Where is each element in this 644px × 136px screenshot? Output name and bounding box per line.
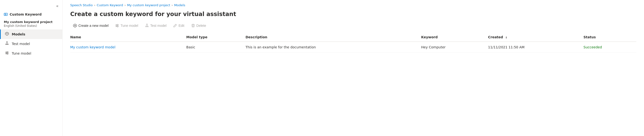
- status-badge: Succeeded: [584, 45, 602, 49]
- delete-icon: [191, 24, 195, 28]
- flask-icon: [4, 41, 10, 46]
- svg-point-16: [116, 25, 117, 26]
- create-model-icon: [73, 24, 77, 28]
- sidebar-app-title-row: Custom Keyword: [0, 11, 62, 19]
- svg-point-17: [117, 26, 118, 27]
- test-model-label: Test model: [150, 24, 167, 28]
- delete-button[interactable]: Delete: [188, 22, 209, 29]
- sidebar-project-name: My custom keyword project: [0, 19, 62, 24]
- breadcrumb-custom-keyword[interactable]: Custom Keyword: [97, 3, 123, 7]
- collapse-sidebar-button[interactable]: «: [55, 3, 60, 9]
- models-table-wrap: Name Model type Description Keyword Crea…: [70, 33, 636, 53]
- create-new-model-button[interactable]: Create a new model: [70, 22, 111, 29]
- cell-description: This is an example for the documentation: [246, 42, 421, 53]
- edit-button[interactable]: Edit: [170, 22, 187, 29]
- sidebar-nav: Models Test model: [0, 29, 62, 58]
- cell-status: Succeeded: [584, 42, 636, 53]
- sidebar: « Custom Keyword My custom keyword proje…: [0, 0, 62, 136]
- page-title: Create a custom keyword for your virtual…: [70, 11, 636, 17]
- svg-point-15: [117, 24, 118, 25]
- sidebar-item-tune-model-label: Tune model: [12, 52, 31, 55]
- tune-model-icon: [115, 24, 119, 28]
- main-content: Speech Studio › Custom Keyword › My cust…: [62, 0, 644, 136]
- models-table: Name Model type Description Keyword Crea…: [70, 33, 636, 53]
- breadcrumb: Speech Studio › Custom Keyword › My cust…: [70, 0, 636, 9]
- sidebar-collapse-section: «: [0, 2, 62, 11]
- cell-name: My custom keyword model: [70, 42, 186, 53]
- col-description: Description: [246, 33, 421, 42]
- table-row: My custom keyword model Basic This is an…: [70, 42, 636, 53]
- svg-point-8: [6, 53, 7, 53]
- col-created[interactable]: Created ↓: [488, 33, 584, 42]
- edit-label: Edit: [178, 24, 184, 28]
- col-model-type: Model type: [186, 33, 246, 42]
- sidebar-item-test-model[interactable]: Test model: [0, 39, 62, 49]
- col-status: Status: [584, 33, 636, 42]
- sidebar-project-locale: English (United States): [0, 24, 62, 29]
- cell-model-type: Basic: [186, 42, 246, 53]
- breadcrumb-sep-1: ›: [94, 3, 95, 7]
- model-name-link[interactable]: My custom keyword model: [70, 45, 116, 49]
- sidebar-app-title: Custom Keyword: [10, 12, 42, 16]
- col-name: Name: [70, 33, 186, 42]
- models-icon: [4, 32, 10, 37]
- sort-desc-icon: ↓: [505, 36, 508, 39]
- create-new-model-label: Create a new model: [78, 24, 108, 28]
- col-keyword: Keyword: [421, 33, 488, 42]
- tune-model-label: Tune model: [120, 24, 138, 28]
- breadcrumb-speech-studio[interactable]: Speech Studio: [70, 3, 92, 7]
- edit-icon: [173, 24, 177, 28]
- test-model-icon: [145, 24, 149, 28]
- sidebar-item-models-label: Models: [12, 32, 25, 36]
- sidebar-item-tune-model[interactable]: Tune model: [0, 49, 62, 58]
- breadcrumb-sep-2: ›: [124, 3, 126, 7]
- tune-model-button[interactable]: Tune model: [112, 22, 141, 29]
- svg-point-7: [7, 52, 8, 53]
- toolbar: Create a new model Tune model Test model: [70, 22, 636, 29]
- delete-label: Delete: [196, 24, 206, 28]
- sidebar-item-models[interactable]: Models: [0, 29, 62, 39]
- cell-keyword: Hey Computer: [421, 42, 488, 53]
- svg-point-9: [7, 53, 8, 54]
- breadcrumb-sep-3: ›: [172, 3, 173, 7]
- breadcrumb-project[interactable]: My custom keyword project: [127, 3, 170, 7]
- keyword-icon: [4, 12, 8, 16]
- table-header-row: Name Model type Description Keyword Crea…: [70, 33, 636, 42]
- tune-icon: [4, 51, 10, 56]
- test-model-button[interactable]: Test model: [142, 22, 170, 29]
- sidebar-item-test-model-label: Test model: [12, 42, 30, 46]
- cell-created: 11/11/2021 11:50 AM: [488, 42, 584, 53]
- breadcrumb-models[interactable]: Models: [174, 3, 185, 7]
